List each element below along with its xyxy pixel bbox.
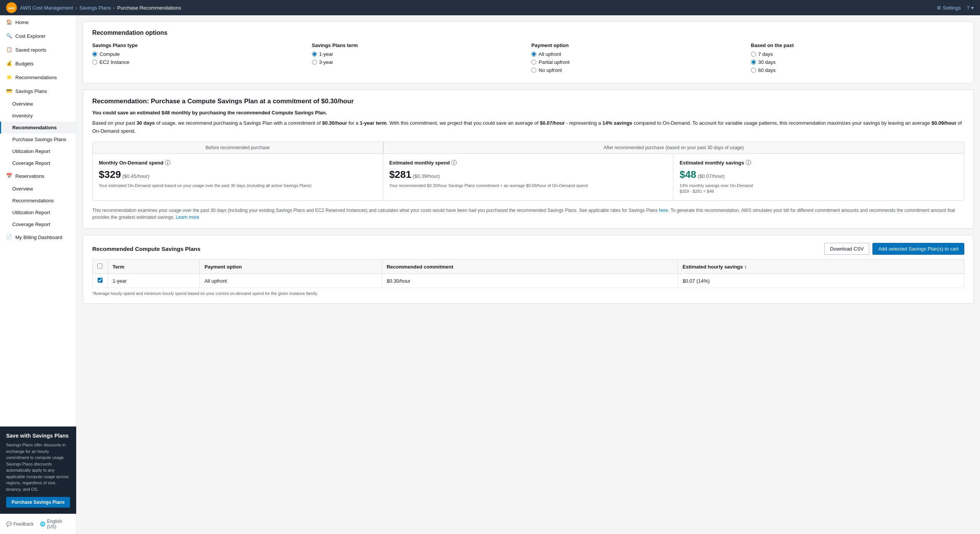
radio-partial-upfront[interactable]: Partial upfront	[531, 59, 745, 65]
after-spend-desc: Your recommended $0.30/hour Savings Plan…	[389, 183, 667, 189]
row-savings: $0.07 (14%)	[678, 274, 964, 288]
col-term: Term	[108, 260, 200, 274]
radio-ec2[interactable]: EC2 Instance	[92, 59, 306, 65]
sidebar-item-home[interactable]: 🏠 Home	[0, 15, 76, 29]
feedback-icon: 💬	[6, 521, 12, 527]
here-link[interactable]: here	[659, 208, 668, 213]
table-title: Recommended Compute Savings Plans	[92, 246, 201, 252]
promo-purchase-button[interactable]: Purchase Savings Plans	[6, 497, 70, 508]
sidebar: 🏠 Home 🔍 Cost Explorer 📋 Saved reports 💰…	[0, 15, 77, 534]
after-savings-body: Estimated monthly savings i $48 ($0.07/h…	[673, 154, 964, 201]
radio-60days[interactable]: 60 days	[751, 67, 965, 73]
before-desc: Your estimated On-Demand spend based on …	[99, 183, 377, 189]
main-content: Recommendation options Savings Plans typ…	[77, 15, 980, 534]
sidebar-sub-res-coverage[interactable]: Coverage Report	[0, 218, 76, 230]
radio-no-upfront[interactable]: No upfront	[531, 67, 745, 73]
download-csv-button[interactable]: Download CSV	[824, 243, 869, 255]
select-all-checkbox[interactable]	[97, 264, 102, 269]
row-checkbox[interactable]	[98, 278, 103, 283]
after-spend-value: $281 ($0.39/hour)	[389, 169, 667, 181]
col-commitment: Recommended commitment	[382, 260, 678, 274]
radio-7days-input[interactable]	[751, 52, 756, 57]
sidebar-item-savings-plans[interactable]: 💳 Savings Plans	[0, 84, 76, 98]
radio-no-upfront-input[interactable]	[531, 68, 536, 73]
before-header: Before recommended purchase	[93, 142, 383, 153]
sidebar-sub-res-utilization[interactable]: Utilization Report	[0, 207, 76, 218]
breadcrumb: AWS Cost Management › Savings Plans › Pu…	[20, 5, 181, 11]
radio-compute[interactable]: Compute	[92, 51, 306, 57]
help-icon: ?	[967, 5, 970, 11]
recommendation-title: Recommendation: Purchase a Compute Savin…	[92, 98, 964, 105]
monthly-od-info[interactable]: i	[165, 160, 170, 165]
col-payment: Payment option	[200, 260, 382, 274]
payment-option-label: Payment option	[531, 42, 745, 48]
before-body: Monthly On-Demand spend i $329 ($0.45/ho…	[93, 154, 383, 201]
col-savings: Estimated hourly savings ↕	[678, 260, 964, 274]
options-grid: Savings Plans type Compute EC2 Instance …	[92, 42, 964, 75]
feedback-link[interactable]: 💬 Feedback	[6, 519, 34, 529]
promo-title: Save with Savings Plans	[6, 433, 70, 439]
comparison-wrapper: Before recommended purchase After recomm…	[92, 142, 964, 201]
table-note: *Average hourly spend and minimum hourly…	[92, 291, 964, 296]
radio-60days-input[interactable]	[751, 68, 756, 73]
table-card: Recommended Compute Savings Plans Downlo…	[83, 235, 974, 304]
home-icon: 🏠	[6, 19, 12, 25]
savings-type-label: Savings Plans type	[92, 42, 306, 48]
sidebar-sub-purchase-savings[interactable]: Purchase Savings Plans	[0, 134, 76, 145]
radio-7days[interactable]: 7 days	[751, 51, 965, 57]
based-on-label: Based on the past	[751, 42, 965, 48]
before-value: $329 ($0.45/hour)	[99, 169, 377, 181]
after-spend-body: Estimated monthly spend i $281 ($0.39/ho…	[383, 154, 674, 201]
sidebar-sub-inventory[interactable]: Inventory	[0, 110, 76, 122]
sidebar-sub-coverage[interactable]: Coverage Report	[0, 157, 76, 169]
breadcrumb-cost-management[interactable]: AWS Cost Management	[20, 5, 73, 11]
radio-1year-input[interactable]	[312, 52, 317, 57]
savings-type-group: Savings Plans type Compute EC2 Instance	[92, 42, 306, 75]
settings-link[interactable]: ⚙ Settings	[937, 5, 961, 11]
breadcrumb-sep-1: ›	[75, 5, 77, 11]
row-checkbox-cell[interactable]	[93, 274, 108, 288]
language-link[interactable]: 🌐 English (US)	[40, 519, 70, 529]
radio-30days-input[interactable]	[751, 60, 756, 65]
radio-3year[interactable]: 3-year	[312, 59, 526, 65]
add-to-cart-button[interactable]: Add selected Savings Plan(s) to cart	[872, 243, 964, 255]
recommendations-table: Term Payment option Recommended commitme…	[92, 259, 964, 288]
sidebar-sub-res-overview[interactable]: Overview	[0, 183, 76, 195]
learn-more-link[interactable]: Learn more	[176, 215, 199, 220]
sidebar-sub-overview[interactable]: Overview	[0, 98, 76, 110]
sidebar-sub-utilization[interactable]: Utilization Report	[0, 145, 76, 157]
top-nav-right: ⚙ Settings ? ▾	[937, 5, 974, 11]
radio-all-upfront[interactable]: All upfront	[531, 51, 745, 57]
radio-3year-input[interactable]	[312, 60, 317, 65]
row-term: 1-year	[108, 274, 200, 288]
breadcrumb-savings-plans[interactable]: Savings Plans	[79, 5, 111, 11]
sidebar-item-recommendations[interactable]: ⭐ Recommendations	[0, 70, 76, 84]
radio-compute-input[interactable]	[92, 52, 97, 57]
col-checkbox	[93, 260, 108, 274]
radio-partial-upfront-input[interactable]	[531, 60, 536, 65]
sidebar-item-budgets[interactable]: 💰 Budgets	[0, 57, 76, 70]
help-link[interactable]: ? ▾	[967, 5, 974, 11]
recommend-icon: ⭐	[6, 74, 12, 80]
sidebar-item-reservations[interactable]: 📅 Reservations	[0, 169, 76, 183]
sidebar-sub-recommendations[interactable]: Recommendations	[0, 122, 76, 134]
row-commitment: $0.30/hour	[382, 274, 678, 288]
radio-1year[interactable]: 1-year	[312, 51, 526, 57]
sp-term-label: Savings Plans term	[312, 42, 526, 48]
sidebar-item-billing[interactable]: 📄 My Billing Dashboard	[0, 230, 76, 244]
sidebar-item-cost-explorer[interactable]: 🔍 Cost Explorer	[0, 29, 76, 43]
radio-all-upfront-input[interactable]	[531, 52, 536, 57]
chart-icon: 🔍	[6, 33, 12, 39]
description-text: Based on your past 30 days of usage, we …	[92, 119, 964, 135]
after-savings-value: $48 ($0.07/hour)	[679, 169, 958, 181]
sidebar-item-saved-reports[interactable]: 📋 Saved reports	[0, 43, 76, 57]
est-savings-info[interactable]: i	[746, 160, 751, 165]
radio-ec2-input[interactable]	[92, 60, 97, 65]
radio-30days[interactable]: 30 days	[751, 59, 965, 65]
top-nav: aws AWS Cost Management › Savings Plans …	[0, 0, 980, 15]
sidebar-sub-res-recommendations[interactable]: Recommendations	[0, 195, 76, 207]
help-chevron: ▾	[971, 5, 974, 11]
based-on-group: Based on the past 7 days 30 days 60 days	[751, 42, 965, 75]
est-spend-info[interactable]: i	[451, 160, 457, 165]
savings-promo: Save with Savings Plans Savings Plans of…	[0, 427, 76, 514]
